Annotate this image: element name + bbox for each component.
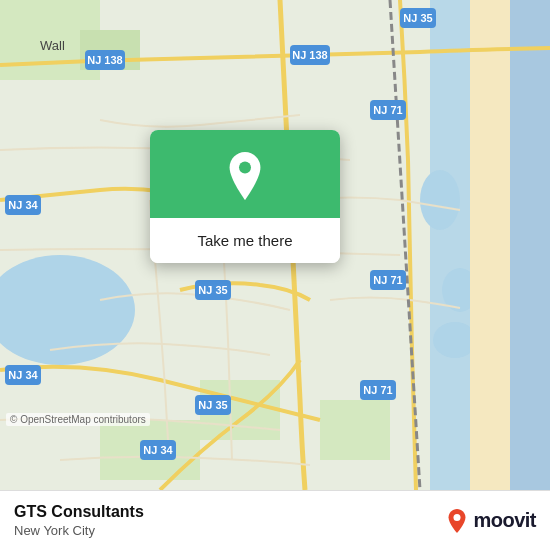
moovit-label: moovit — [473, 509, 536, 532]
svg-text:NJ 71: NJ 71 — [373, 104, 402, 116]
moovit-pin-icon — [445, 509, 469, 533]
svg-text:NJ 138: NJ 138 — [292, 49, 327, 61]
map-attribution: © OpenStreetMap contributors — [6, 413, 150, 426]
svg-point-3 — [420, 170, 460, 230]
popup-header — [150, 130, 340, 218]
svg-point-36 — [239, 161, 251, 173]
svg-text:NJ 35: NJ 35 — [198, 284, 227, 296]
svg-text:NJ 35: NJ 35 — [198, 399, 227, 411]
map-area: NJ 35 NJ 138 NJ 138 NJ 71 NJ 34 NJ 35 NJ… — [0, 0, 550, 490]
location-pin-icon — [221, 152, 269, 200]
business-name: GTS Consultants — [14, 503, 433, 521]
svg-text:NJ 34: NJ 34 — [8, 199, 38, 211]
popup-card: Take me there — [150, 130, 340, 263]
svg-rect-12 — [320, 400, 390, 460]
svg-rect-7 — [510, 0, 550, 490]
svg-text:Wall: Wall — [40, 38, 65, 53]
svg-text:NJ 34: NJ 34 — [8, 369, 38, 381]
bottom-bar: GTS Consultants New York City moovit — [0, 490, 550, 550]
svg-point-37 — [454, 513, 461, 520]
business-city: New York City — [14, 523, 433, 538]
svg-text:NJ 35: NJ 35 — [403, 12, 432, 24]
business-info: GTS Consultants New York City — [14, 503, 433, 538]
svg-text:NJ 138: NJ 138 — [87, 54, 122, 66]
svg-text:NJ 34: NJ 34 — [143, 444, 173, 456]
moovit-logo: moovit — [445, 509, 536, 533]
svg-text:NJ 71: NJ 71 — [363, 384, 392, 396]
take-me-there-button[interactable]: Take me there — [150, 218, 340, 263]
svg-text:NJ 71: NJ 71 — [373, 274, 402, 286]
